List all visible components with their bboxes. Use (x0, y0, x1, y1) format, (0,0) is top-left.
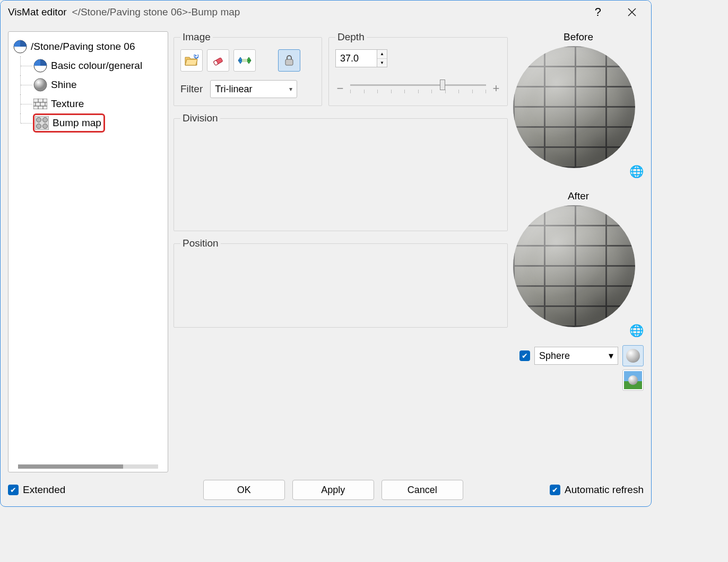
filter-label: Filter (180, 83, 203, 95)
cancel-button[interactable]: Cancel (382, 480, 463, 500)
scene-icon (624, 371, 642, 389)
ok-button[interactable]: OK (203, 480, 285, 500)
lock-icon (284, 55, 294, 66)
svg-rect-23 (285, 59, 293, 65)
auto-refresh-label: Automatic refresh (565, 484, 644, 496)
tree-item-label: Texture (51, 98, 84, 110)
scrollbar-thumb[interactable] (18, 464, 123, 469)
material-icon (13, 39, 28, 54)
tree-item-basic-colour[interactable]: Basic colour/general (13, 56, 163, 75)
swap-arrows-icon (237, 55, 252, 66)
tree-item-label: Basic colour/general (51, 60, 142, 72)
depth-input[interactable] (335, 49, 377, 67)
swap-image-button[interactable] (233, 49, 256, 72)
depth-legend: Depth (335, 31, 367, 43)
depth-fieldset: Depth ▲ ▼ − (328, 31, 508, 106)
image-fieldset: Image (174, 31, 322, 106)
depth-increase-button[interactable]: + (491, 82, 501, 95)
svg-rect-22 (242, 59, 247, 62)
tree-item-label: Shine (51, 79, 77, 91)
material-path: </Stone/Paving stone 06> (72, 6, 188, 18)
app-title: VisMat editor (8, 6, 67, 18)
tree-root-label: /Stone/Paving stone 06 (31, 41, 135, 52)
svg-point-18 (37, 124, 41, 129)
material-icon (33, 58, 48, 73)
close-icon (628, 8, 636, 16)
auto-refresh-checkbox[interactable]: ✔ (550, 485, 560, 495)
position-fieldset: Position (174, 238, 508, 328)
svg-point-17 (43, 118, 48, 122)
lock-image-button[interactable] (278, 49, 300, 72)
help-button[interactable]: ? (585, 5, 611, 19)
chevron-down-icon: ▾ (609, 350, 613, 362)
depth-slider-thumb[interactable] (440, 80, 445, 90)
image-legend: Image (180, 31, 213, 43)
svg-point-19 (43, 124, 48, 129)
extended-label: Extended (23, 484, 65, 496)
depth-slider[interactable] (350, 81, 486, 96)
material-tree: /Stone/Paving stone 06 Basic colour/gene… (8, 31, 168, 472)
tree-item-shine[interactable]: Shine (13, 75, 163, 94)
svg-point-4 (34, 78, 47, 91)
preview-shape-value: Sphere (539, 350, 570, 362)
close-button[interactable] (623, 8, 640, 16)
tree-horizontal-scrollbar[interactable] (18, 464, 158, 469)
filter-value: Tri-linear (215, 84, 252, 95)
brick-icon (33, 96, 48, 111)
bump-icon (34, 116, 49, 130)
depth-decrease-button[interactable]: − (335, 82, 345, 95)
properties-panel: Image (174, 31, 508, 472)
title-subtitle: Bump map (192, 6, 240, 18)
position-legend: Position (180, 238, 221, 249)
tree-item-label: Bump map (53, 117, 101, 129)
tree-item-texture[interactable]: Texture (13, 94, 163, 113)
after-label: After (568, 190, 589, 202)
open-image-button[interactable] (180, 49, 203, 72)
eraser-icon (212, 54, 224, 67)
tree-item-bump-map[interactable]: Bump map (13, 113, 163, 133)
division-fieldset: Division (174, 112, 508, 231)
sphere-icon (626, 349, 640, 363)
preview-column: Before 🌐 After 🌐 ✔ Sphere ▾ (513, 31, 644, 472)
preview-before-sphere (513, 46, 635, 168)
tree-selection-highlight: Bump map (33, 113, 105, 133)
division-legend: Division (180, 112, 220, 124)
before-label: Before (564, 31, 593, 43)
vismat-editor-window: VisMat editor </Stone/Paving stone 06> -… (0, 0, 652, 507)
erase-image-button[interactable] (207, 49, 229, 72)
preview-after-sphere (513, 205, 635, 327)
svg-point-16 (37, 118, 41, 122)
preview-shape-checkbox[interactable]: ✔ (519, 350, 530, 361)
depth-spinner[interactable]: ▲ ▼ (335, 49, 387, 67)
filter-select[interactable]: Tri-linear ▾ (210, 80, 297, 98)
preview-sphere-button[interactable] (622, 345, 644, 366)
preview-scene-button[interactable] (622, 370, 644, 391)
folder-open-icon (185, 55, 198, 66)
depth-step-down[interactable]: ▼ (377, 59, 387, 67)
tree-root[interactable]: /Stone/Paving stone 06 (13, 37, 163, 56)
extended-checkbox[interactable]: ✔ (8, 485, 19, 495)
sphere-icon (33, 77, 48, 92)
titlebar: VisMat editor </Stone/Paving stone 06> -… (1, 1, 651, 24)
chevron-down-icon: ▾ (289, 85, 292, 93)
preview-shape-select[interactable]: Sphere ▾ (534, 347, 618, 365)
depth-step-up[interactable]: ▲ (377, 50, 387, 59)
apply-button[interactable]: Apply (292, 480, 374, 500)
dialog-footer: ✔ Extended OK Apply Cancel ✔ Automatic r… (8, 480, 644, 500)
